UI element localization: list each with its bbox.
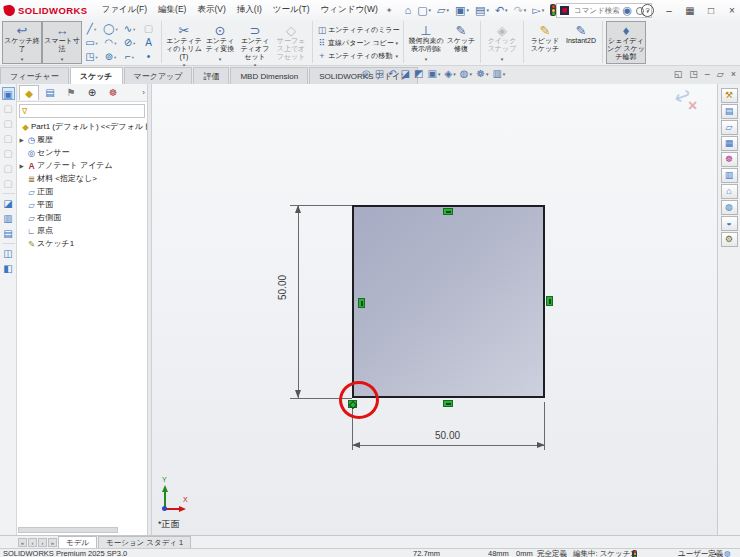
text-tool-button[interactable]: A	[139, 36, 158, 50]
slot-tool-button[interactable]: ◳▾	[82, 50, 101, 64]
help-icon[interactable]: ?	[641, 4, 654, 17]
vertical-relation-handle[interactable]	[546, 296, 553, 306]
dynamic-annotation-icon[interactable]: ◩	[414, 68, 423, 79]
repair-sketch-button[interactable]: ✎ スケッチ修復	[445, 21, 477, 64]
home-panel-icon[interactable]: ⌂	[721, 184, 738, 199]
horizontal-relation-handle[interactable]	[443, 208, 453, 215]
new-document-button[interactable]: ▢▾	[415, 2, 433, 18]
dimension-value[interactable]: 50.00	[435, 430, 460, 441]
dimension-value[interactable]: 50.00	[277, 275, 288, 300]
rectangle-tool-button[interactable]: ▭▾	[82, 36, 101, 50]
smart-dimension-button[interactable]: ↔ スマート寸法 ▾	[42, 21, 82, 64]
tree-item-sensors[interactable]: ◎ センサー	[17, 146, 147, 159]
tab-sketch[interactable]: スケッチ	[70, 67, 123, 84]
display-delete-relations-button[interactable]: ⊥ 幾何拘束の表示/削除 ▾	[407, 21, 445, 64]
fillet-tool-button[interactable]: ⌐▾	[120, 50, 139, 64]
rapid-sketch-button[interactable]: ✎ ラピッドスケッチ	[527, 21, 563, 64]
file-explorer-icon[interactable]: ▱	[721, 120, 738, 135]
minimize-button[interactable]: –	[663, 5, 675, 16]
appearances-icon[interactable]: ☸	[721, 152, 738, 167]
linear-pattern-button[interactable]: ⠿ 直線パターン コピー ▾	[316, 36, 400, 49]
save-button[interactable]: ▣▾	[453, 2, 471, 18]
instant2d-button[interactable]: ✎ Instant2D	[563, 21, 599, 64]
edit-appearance-icon[interactable]: ☸▾	[476, 68, 488, 79]
spline-tool-button[interactable]: ∿▾	[120, 22, 139, 36]
doc-minimize-icon[interactable]: –	[705, 69, 710, 79]
print-button[interactable]: ▤▾	[473, 2, 491, 18]
convert-entities-button[interactable]: ⊙ エンティティ変換 ▾	[203, 21, 237, 64]
design-library-icon[interactable]: ▤	[721, 104, 738, 119]
tab-features[interactable]: フィーチャー	[0, 67, 69, 84]
tree-item-front-plane[interactable]: ▱ 正面	[17, 185, 147, 198]
horizontal-relation-handle[interactable]	[443, 400, 453, 407]
doc-pane-left-icon[interactable]: ◱	[674, 69, 683, 79]
section-view-icon[interactable]: ◪	[401, 68, 410, 79]
view-settings-tool-icon[interactable]: ◪	[2, 197, 15, 210]
tree-item-top-plane[interactable]: ▱ 平面	[17, 198, 147, 211]
tree-item-origin[interactable]: ∟ 原点	[17, 224, 147, 237]
vertical-relation-handle[interactable]	[358, 298, 365, 308]
units-caret-icon[interactable]: ▴	[714, 549, 717, 557]
zoom-fit-icon[interactable]: ◎	[362, 68, 371, 79]
zoom-area-icon[interactable]: ◰	[375, 68, 384, 79]
expand-arrow-icon[interactable]: ▶	[17, 137, 26, 143]
sketch-rectangle[interactable]	[352, 205, 545, 398]
paste-tool-icon[interactable]: ◧	[2, 262, 15, 275]
point-tool-button[interactable]: •	[139, 50, 158, 64]
tree-filter-box[interactable]: ∇	[19, 104, 145, 118]
view-settings-icon[interactable]: ▥▾	[492, 68, 505, 79]
tile-windows-button[interactable]: ▦	[684, 5, 696, 16]
tab-mbd-dimension[interactable]: MBD Dimension	[230, 67, 308, 84]
home-button[interactable]: ⌂	[402, 2, 413, 18]
view-orientation-icon[interactable]: ▣▾	[427, 68, 440, 79]
pin-menu-icon[interactable]: ✦	[386, 6, 393, 15]
ellipse-tool-button[interactable]: ⊘▾	[120, 36, 139, 50]
displaymanager-tab[interactable]: ☸	[103, 85, 123, 100]
close-button[interactable]: ×	[726, 5, 738, 16]
forum-icon[interactable]: ◍	[721, 200, 738, 215]
arc-tool-button[interactable]: ◠▾	[101, 36, 120, 50]
community-icon[interactable]: ◒	[721, 216, 738, 231]
expand-arrow-icon[interactable]: ▶	[17, 163, 26, 169]
select-button[interactable]: ▻▾	[530, 2, 546, 18]
panel-tab-overflow-icon[interactable]: ›	[142, 88, 145, 97]
maximize-button[interactable]: □	[705, 5, 717, 16]
configurationmanager-tab[interactable]: ⚑	[61, 85, 81, 100]
tab-evaluate[interactable]: 評価	[193, 67, 229, 84]
offset-entities-button[interactable]: ⊃ エンティティオフセット ▾	[237, 21, 273, 64]
confirmation-corner-cancel-icon[interactable]: ×	[688, 97, 697, 115]
menu-view[interactable]: 表示(V)	[197, 4, 225, 16]
menu-window[interactable]: ウィンドウ(W)	[321, 4, 378, 16]
doc-close-icon[interactable]: ×	[731, 69, 736, 79]
settings-panel-icon[interactable]: ⚙	[721, 232, 738, 247]
graphics-viewport[interactable]: ↩ × 50.00 50.00	[152, 84, 717, 535]
circle-tool-button[interactable]: ◯▾	[101, 22, 120, 36]
undo-button[interactable]: ↶▾	[493, 2, 510, 18]
tree-item-part[interactable]: ◆ Part1 (デフォルト) <<デフォルト>_表示状態 1	[17, 120, 147, 133]
doc-pane-right-icon[interactable]: ◳	[689, 69, 698, 79]
featuremanager-tab[interactable]: ◆	[19, 85, 39, 100]
tab-markup[interactable]: マークアップ	[124, 67, 193, 84]
tab-scroll-first-icon[interactable]: «	[18, 538, 27, 547]
tree-item-sketch1[interactable]: ✎ スケッチ1	[17, 237, 147, 250]
propertymanager-tab[interactable]: ▤	[40, 85, 60, 100]
hide-show-items-icon[interactable]: ◍▾	[460, 68, 472, 79]
custom-properties-icon[interactable]: ▥	[721, 168, 738, 183]
tab-scroll-last-icon[interactable]: »	[48, 538, 57, 547]
sketch-settings-tool-icon[interactable]: ▥	[2, 212, 15, 225]
globe-status-icon[interactable]: ◍	[724, 549, 731, 557]
move-entities-button[interactable]: + エンティティの移動 ▾	[316, 49, 400, 62]
tab-scroll-prev-icon[interactable]: ‹	[28, 538, 37, 547]
open-button[interactable]: ▱▾	[435, 2, 451, 18]
tree-item-annotations[interactable]: ▶ A アノテート アイテム	[17, 159, 147, 172]
line-tool-button[interactable]: ╱▾	[82, 22, 101, 36]
tree-item-right-plane[interactable]: ▱ 右側面	[17, 211, 147, 224]
trim-entities-button[interactable]: ✂ エンティティのトリム(T) ▾	[165, 21, 203, 64]
previous-view-icon[interactable]: ↶	[388, 68, 396, 79]
tab-scroll-next-icon[interactable]: ›	[38, 538, 47, 547]
shaded-sketch-contours-button[interactable]: ♦ シェイディング スケッチ輪郭	[606, 21, 646, 64]
user-account-icon[interactable]: ◉	[622, 4, 632, 17]
tree-item-material[interactable]: ≣ 材料 <指定なし>	[17, 172, 147, 185]
cube-tool-icon-1[interactable]: ▣	[2, 87, 15, 100]
mirror-entities-button[interactable]: ◫ エンティティのミラー	[316, 23, 400, 36]
